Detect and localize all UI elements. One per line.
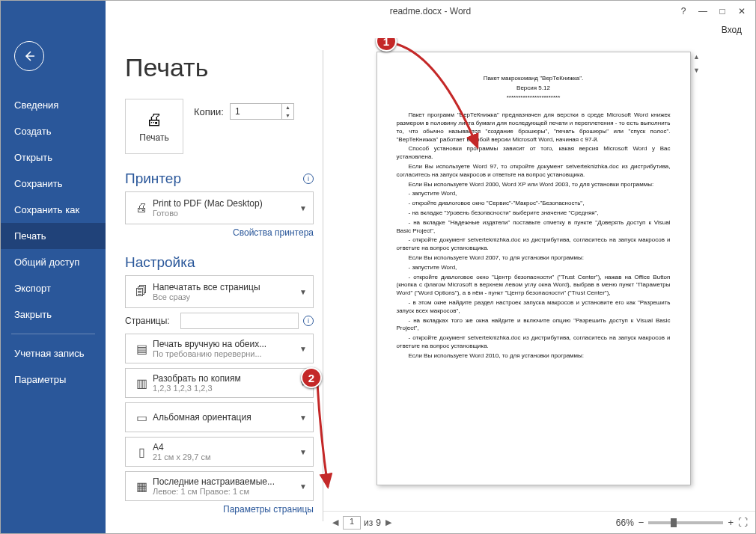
- pages-label: Страницы:: [125, 316, 180, 326]
- orientation-select[interactable]: ▭ Альбомная ориентация ▼: [125, 402, 314, 432]
- orientation-icon: ▭: [130, 411, 153, 425]
- restore-icon[interactable]: □: [713, 4, 731, 19]
- spin-down-icon[interactable]: ▼: [282, 111, 293, 120]
- sidebar-item-сохранить как[interactable]: Сохранить как: [1, 197, 106, 223]
- spin-up-icon[interactable]: ▲: [282, 103, 293, 111]
- preview-scrollbar[interactable]: ▲ ▼: [691, 52, 703, 76]
- sidebar-item-учетная запись[interactable]: Учетная запись: [1, 340, 106, 366]
- sidebar-item-печать[interactable]: Печать: [1, 223, 106, 249]
- print-button[interactable]: 🖨 Печать: [125, 99, 183, 154]
- chevron-down-icon: ▼: [296, 482, 310, 491]
- sidebar-item-экспорт[interactable]: Экспорт: [1, 275, 106, 301]
- printer-heading: Принтер: [125, 171, 181, 187]
- paper-size-select[interactable]: ▯ A4 21 см x 29,7 см ▼: [125, 437, 314, 467]
- margins-icon: ▦: [130, 479, 153, 494]
- page-separator: из: [364, 518, 373, 528]
- collate-select[interactable]: ▥ Разобрать по копиям 1,2,3 1,2,3 1,2,3 …: [125, 368, 314, 398]
- sidebar-item-сохранить[interactable]: Сохранить: [1, 171, 106, 197]
- printer-select[interactable]: 🖨 Print to PDF (Mac Desktop) Готово ▼: [125, 191, 314, 224]
- duplex-select[interactable]: ▤ Печать вручную на обеих... По требован…: [125, 334, 314, 363]
- page-title: Печать: [125, 53, 314, 82]
- duplex-icon: ▤: [130, 342, 153, 356]
- pages-input[interactable]: [180, 313, 299, 329]
- next-page-button[interactable]: ▶: [384, 518, 393, 527]
- copies-label: Копии:: [194, 106, 224, 117]
- pages-icon: 🗐: [130, 285, 153, 298]
- backstage-sidebar: СведенияСоздатьОткрытьСохранитьСохранить…: [1, 38, 106, 533]
- sidebar-item-общий доступ[interactable]: Общий доступ: [1, 249, 106, 275]
- chevron-down-icon: ▼: [296, 448, 310, 456]
- sidebar-item-параметры[interactable]: Параметры: [1, 366, 106, 393]
- back-button[interactable]: [14, 41, 44, 71]
- printer-icon: 🖨: [146, 110, 162, 129]
- callout-badge-1: 1: [376, 38, 397, 52]
- margins-select[interactable]: ▦ Последние настраиваемые... Левое: 1 см…: [125, 471, 314, 501]
- page-icon: ▯: [130, 445, 153, 459]
- zoom-level: 66%: [616, 518, 634, 528]
- arrow-left-icon: [22, 49, 36, 63]
- printer-status: Готово: [153, 209, 296, 218]
- sidebar-item-открыть[interactable]: Открыть: [1, 144, 106, 171]
- printer-device-icon: 🖨: [130, 201, 153, 215]
- zoom-slider[interactable]: [648, 521, 723, 524]
- close-icon[interactable]: ✕: [733, 4, 751, 19]
- page-total: 9: [376, 518, 381, 528]
- prev-page-button[interactable]: ◀: [331, 518, 340, 527]
- callout-badge-2: 2: [301, 367, 322, 388]
- copies-stepper[interactable]: 1 ▲▼: [230, 103, 294, 120]
- fit-page-button[interactable]: ⛶: [738, 517, 748, 528]
- scroll-up-icon[interactable]: ▲: [693, 53, 700, 61]
- sidebar-item-создать[interactable]: Создать: [1, 118, 106, 144]
- minimize-icon[interactable]: —: [694, 4, 712, 19]
- info-icon[interactable]: i: [303, 316, 314, 326]
- printer-name: Print to PDF (Mac Desktop): [153, 198, 296, 209]
- sidebar-item-закрыть[interactable]: Закрыть: [1, 301, 106, 328]
- printer-properties-link[interactable]: Свойства принтера: [125, 227, 314, 238]
- settings-heading: Настройка: [125, 254, 195, 271]
- chevron-down-icon: ▼: [296, 414, 310, 422]
- print-range-select[interactable]: 🗐 Напечатать все страницы Все сразу ▼: [125, 275, 314, 308]
- print-button-label: Печать: [139, 132, 168, 143]
- zoom-out-button[interactable]: −: [638, 517, 644, 528]
- zoom-in-button[interactable]: +: [728, 517, 734, 528]
- collate-icon: ▥: [130, 376, 153, 390]
- sidebar-item-сведения[interactable]: Сведения: [1, 92, 106, 118]
- chevron-down-icon: ▼: [296, 288, 310, 296]
- page-setup-link[interactable]: Параметры страницы: [125, 504, 314, 515]
- window-title: readme.docx - Word: [390, 6, 472, 16]
- chevron-down-icon: ▼: [296, 345, 310, 353]
- chevron-down-icon: ▼: [296, 204, 310, 212]
- copies-value: 1: [231, 106, 281, 117]
- scroll-down-icon[interactable]: ▼: [693, 67, 700, 74]
- signin-link[interactable]: Вход: [722, 25, 742, 35]
- info-icon[interactable]: i: [303, 174, 314, 184]
- page-number-input[interactable]: 1: [343, 516, 361, 530]
- help-icon[interactable]: ?: [674, 4, 692, 19]
